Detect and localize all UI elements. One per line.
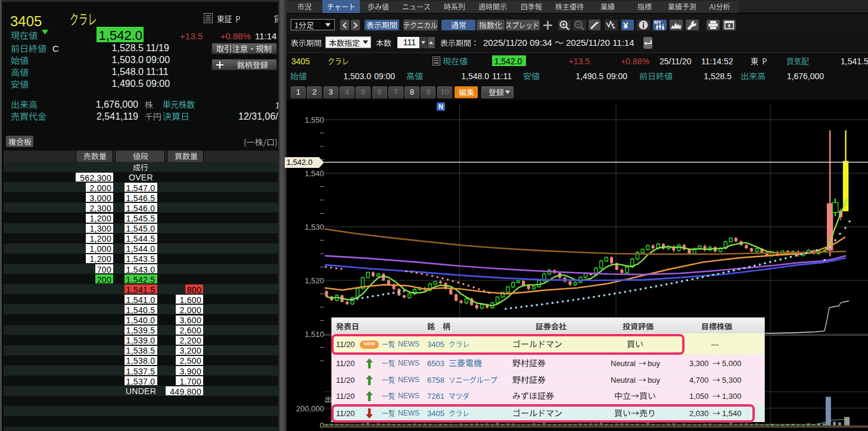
svg-text:1,550: 1,550 xyxy=(304,115,324,124)
svg-text:1,540: 1,540 xyxy=(304,169,324,178)
svg-text:1,520: 1,520 xyxy=(304,276,324,285)
svg-text:200,000: 200,000 xyxy=(296,404,324,413)
svg-text:1,530: 1,530 xyxy=(304,223,324,232)
svg-text:N: N xyxy=(438,103,443,110)
svg-text:0: 0 xyxy=(320,421,324,430)
svg-text:1,510: 1,510 xyxy=(304,330,324,339)
